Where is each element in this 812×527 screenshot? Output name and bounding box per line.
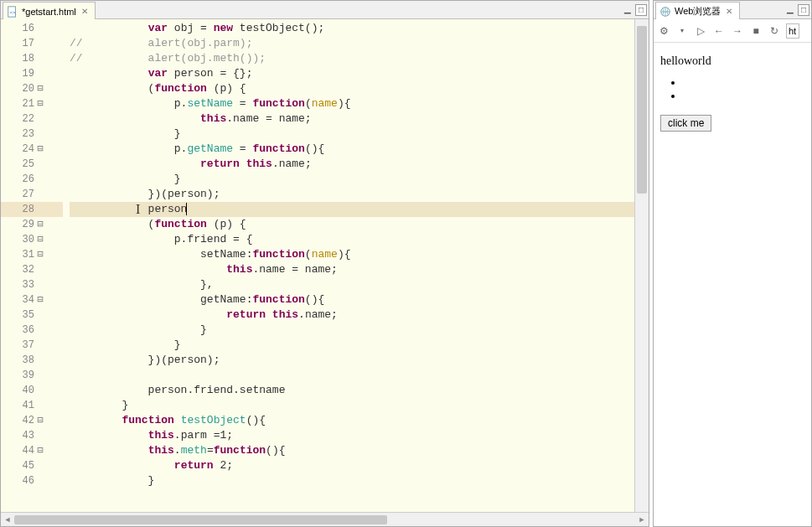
browser-toolbar: ⚙ ▾ ▷ ← → ■ ↻ xyxy=(654,19,811,43)
code-line[interactable]: this.meth=function(){ xyxy=(70,443,634,458)
code-line[interactable]: } xyxy=(70,323,634,338)
code-line[interactable]: (function (p) { xyxy=(70,81,634,96)
fold-toggle[interactable] xyxy=(34,323,46,338)
fold-toggle[interactable]: ⊟ xyxy=(34,443,46,458)
browser-page: helloworld click me xyxy=(654,43,811,526)
horizontal-scroll-thumb[interactable] xyxy=(14,515,387,524)
fold-toggle[interactable] xyxy=(34,21,46,36)
code-line[interactable]: p.setName = function(name){ xyxy=(70,96,634,111)
fold-toggle[interactable] xyxy=(34,428,46,443)
code-line[interactable]: var person = {}; xyxy=(70,66,634,81)
editor-pane: <> *getstart.html ✕ ▁ □ 1617181920212223… xyxy=(0,0,649,527)
vertical-scrollbar[interactable] xyxy=(634,19,649,512)
fold-toggle[interactable]: ⊟ xyxy=(34,247,46,262)
maximize-icon[interactable]: □ xyxy=(798,4,809,16)
fold-toggle[interactable] xyxy=(34,353,46,368)
fold-toggle[interactable] xyxy=(34,368,46,383)
fold-toggle[interactable] xyxy=(34,383,46,398)
scroll-left-icon[interactable]: ◄ xyxy=(1,514,14,526)
code-line[interactable]: setName:function(name){ xyxy=(70,247,634,262)
code-line[interactable]: } xyxy=(70,398,634,413)
code-line[interactable]: (function (p) { xyxy=(70,217,634,232)
fold-toggle[interactable] xyxy=(34,111,46,127)
fold-toggle[interactable] xyxy=(34,307,46,323)
editor-tab-bar: <> *getstart.html ✕ ▁ □ xyxy=(1,1,649,19)
minimize-icon[interactable]: ▁ xyxy=(622,4,634,16)
fold-toggle[interactable] xyxy=(34,66,46,81)
code-line[interactable]: // alert(obj.parm); xyxy=(70,36,634,51)
fold-toggle[interactable] xyxy=(34,127,46,142)
code-line[interactable] xyxy=(70,368,634,383)
code-line[interactable]: this.parm =1; xyxy=(70,428,634,443)
vertical-scroll-thumb[interactable] xyxy=(637,26,647,194)
fold-toggle[interactable]: ⊟ xyxy=(34,81,46,96)
fold-toggle[interactable]: ⊟ xyxy=(34,292,46,307)
code-line[interactable]: function testObject(){ xyxy=(70,413,634,428)
fold-toggle[interactable] xyxy=(34,172,46,187)
marker-column xyxy=(46,19,63,512)
forward-icon[interactable]: → xyxy=(731,24,744,38)
code-line[interactable]: })(person); xyxy=(70,353,634,368)
refresh-icon[interactable]: ↻ xyxy=(768,24,781,38)
line-number-gutter: 1617181920212223242526272829303132333435… xyxy=(1,19,34,512)
go-icon[interactable]: ▷ xyxy=(694,24,707,38)
fold-toggle[interactable] xyxy=(34,202,46,217)
page-list xyxy=(684,76,804,103)
fold-toggle[interactable] xyxy=(34,473,46,488)
fold-toggle[interactable] xyxy=(34,277,46,292)
browser-tab[interactable]: Web浏览器 ✕ xyxy=(655,2,740,19)
code-line[interactable]: } xyxy=(70,473,634,488)
fold-toggle[interactable]: ⊟ xyxy=(34,96,46,111)
click-me-button[interactable]: click me xyxy=(660,115,711,132)
editor-tab[interactable]: <> *getstart.html ✕ xyxy=(3,2,96,19)
code-area[interactable]: 1617181920212223242526272829303132333435… xyxy=(1,19,649,512)
gear-icon[interactable]: ⚙ xyxy=(657,24,670,38)
code-line[interactable]: p.friend = { xyxy=(70,232,634,247)
fold-toggle[interactable] xyxy=(34,157,46,172)
code-line[interactable]: getName:function(){ xyxy=(70,292,634,307)
close-icon[interactable]: ✕ xyxy=(724,7,734,16)
code-line[interactable]: })(person); xyxy=(70,187,634,202)
horizontal-scrollbar[interactable]: ◄ ► xyxy=(1,512,649,526)
code-content[interactable]: var obj = new testObject();// alert(obj.… xyxy=(63,19,634,512)
url-input[interactable] xyxy=(786,23,799,39)
back-icon[interactable]: ← xyxy=(712,24,726,38)
fold-toggle[interactable]: ⊟ xyxy=(34,217,46,232)
fold-toggle[interactable] xyxy=(34,338,46,353)
list-item xyxy=(684,90,804,103)
code-line[interactable]: } xyxy=(70,127,634,142)
globe-icon xyxy=(659,6,671,18)
minimize-icon[interactable]: ▁ xyxy=(784,4,796,16)
code-line[interactable]: } xyxy=(70,338,634,353)
fold-toggle[interactable]: ⊟ xyxy=(34,232,46,247)
fold-toggle[interactable]: ⊟ xyxy=(34,413,46,428)
code-line[interactable]: this.name = name; xyxy=(70,262,634,277)
browser-tab-title: Web浏览器 xyxy=(675,5,721,18)
code-line[interactable]: person.friend.setname xyxy=(70,383,634,398)
code-line[interactable]: return this.name; xyxy=(70,307,634,323)
stop-icon[interactable]: ■ xyxy=(749,24,763,38)
code-line[interactable]: p.getName = function(){ xyxy=(70,142,634,157)
code-line[interactable]: }, xyxy=(70,277,634,292)
code-line[interactable]: this.name = name; xyxy=(70,111,634,127)
svg-text:<>: <> xyxy=(10,8,17,14)
fold-column[interactable]: ⊟⊟⊟⊟⊟⊟⊟⊟⊟ xyxy=(34,19,46,512)
code-line[interactable]: person xyxy=(70,202,634,217)
fold-toggle[interactable] xyxy=(34,458,46,473)
close-icon[interactable]: ✕ xyxy=(80,7,90,16)
scroll-right-icon[interactable]: ► xyxy=(635,514,649,526)
fold-toggle[interactable] xyxy=(34,262,46,277)
code-line[interactable]: } xyxy=(70,172,634,187)
fold-toggle[interactable] xyxy=(34,187,46,202)
code-line[interactable]: return this.name; xyxy=(70,157,634,172)
code-line[interactable]: return 2; xyxy=(70,458,634,473)
fold-toggle[interactable] xyxy=(34,36,46,51)
code-line[interactable]: // alert(obj.meth()); xyxy=(70,51,634,66)
maximize-icon[interactable]: □ xyxy=(635,4,647,16)
fold-toggle[interactable] xyxy=(34,51,46,66)
fold-toggle[interactable]: ⊟ xyxy=(34,142,46,157)
browser-pane: Web浏览器 ✕ ▁ □ ⚙ ▾ ▷ ← → ■ ↻ helloworld cl… xyxy=(653,0,812,527)
fold-toggle[interactable] xyxy=(34,398,46,413)
page-text: helloworld xyxy=(660,54,804,68)
code-line[interactable]: var obj = new testObject(); xyxy=(70,21,634,36)
